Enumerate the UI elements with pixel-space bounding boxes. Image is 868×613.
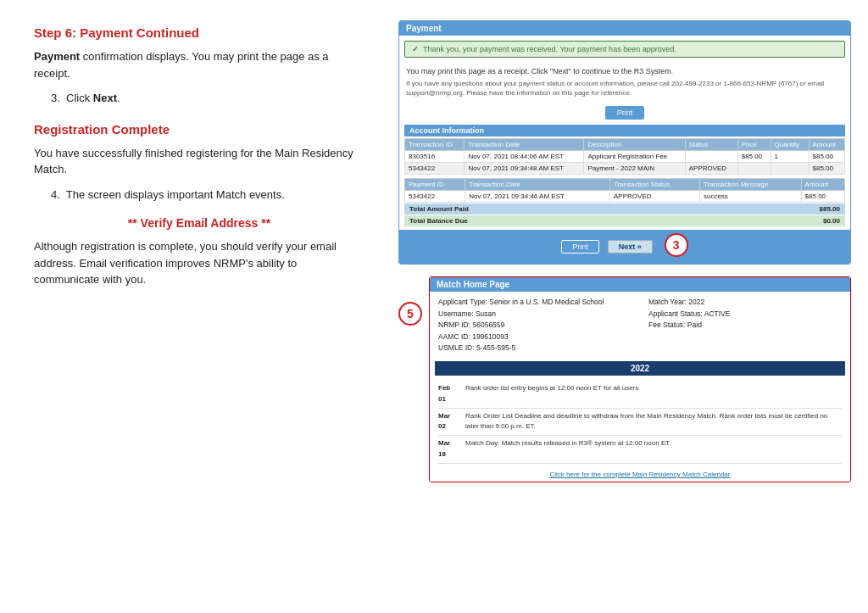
reg-complete-body: You have successfully finished registeri… xyxy=(34,145,364,178)
verify-title: ** Verify Email Address ** xyxy=(34,216,364,230)
applicant-status-row: Applicant Status: ACTIVE xyxy=(648,309,842,320)
match-screenshot: Match Home Page Applicant Type: Senior i… xyxy=(430,277,850,482)
nrmp-id-label: NRMP ID: xyxy=(438,320,470,329)
payment-table: Payment ID Transaction Date Transaction … xyxy=(404,178,845,203)
total-paid-row: Total Amount Paid $85.00 xyxy=(404,203,845,215)
balance-due-row: Total Balance Due $0.00 xyxy=(404,215,845,226)
payment-bold: Payment xyxy=(34,50,80,63)
match-calendar-link[interactable]: Click here for the complete Main Residen… xyxy=(430,467,850,482)
event-row-1: Feb01 Rank order list entry begins at 12… xyxy=(438,381,842,409)
col-description: Description xyxy=(584,138,685,150)
step6-body: Payment confirmation displays. You may p… xyxy=(34,48,364,81)
payment-header: Payment xyxy=(399,21,850,36)
col-transaction-date: Transaction Date xyxy=(465,138,584,150)
right-panel: Payment Thank you, your payment was rece… xyxy=(398,17,851,596)
match-info-right: Match Year: 2022 Applicant Status: ACTIV… xyxy=(648,297,842,354)
print-button-bottom[interactable]: Print xyxy=(561,240,599,254)
payment-row: 5343422 Nov 07, 2021 09:34:46 AM EST APP… xyxy=(405,190,845,202)
next-bold: Next xyxy=(93,92,117,104)
match-info-section: Applicant Type: Senior in a U.S. MD Medi… xyxy=(430,292,850,359)
step4-text: 4. The screen displays important Match e… xyxy=(34,187,364,203)
left-panel: Step 6: Payment Continued Payment confir… xyxy=(17,17,381,596)
fee-status-value: Paid xyxy=(687,320,702,329)
fee-status-label: Fee Status: xyxy=(648,320,685,329)
aamc-id-label: AAMC ID: xyxy=(438,332,470,341)
step6-title: Step 6: Payment Continued xyxy=(34,25,364,40)
usmle-id-label: USMLE ID: xyxy=(438,343,475,352)
step6-step3-text: 3. Click Next. xyxy=(34,90,364,107)
table-row: 5343422 Nov 07, 2021 09:34:48 AM EST Pay… xyxy=(405,162,845,174)
circle-5: 5 xyxy=(398,302,422,326)
account-info-label: Account Information xyxy=(404,125,845,137)
next-area: Next » 3 xyxy=(608,233,688,260)
col-trans-status: Transaction Status xyxy=(610,178,700,190)
body-line2: If you have any questions about your pay… xyxy=(406,79,843,98)
success-msg: Thank you, your payment was received. Yo… xyxy=(423,45,676,53)
bottom-bar: Print Next » 3 xyxy=(399,230,850,264)
table-row: 8303516 Nov 07, 2021 08:44:06 AM EST App… xyxy=(405,150,845,162)
username-value: Susan xyxy=(476,309,496,318)
click-label: Click xyxy=(66,92,93,104)
username-label: Username: xyxy=(438,309,474,318)
circle-3: 3 xyxy=(665,233,688,257)
applicant-type: Applicant Type: Senior in a U.S. MD Medi… xyxy=(438,297,632,309)
match-info-left: Applicant Type: Senior in a U.S. MD Medi… xyxy=(438,297,632,354)
usmle-id-value: 5-455-595-5 xyxy=(476,343,515,352)
match-year-value: 2022 xyxy=(688,298,704,306)
applicant-status-value: ACTIVE xyxy=(704,309,731,318)
fee-status-row: Fee Status: Paid xyxy=(648,320,842,332)
aamc-id-row: AAMC ID: 199610093 xyxy=(438,332,632,343)
payment-screenshot: Payment Thank you, your payment was rece… xyxy=(399,21,850,264)
total-paid-value: $85.00 xyxy=(820,205,840,213)
username-row: Username: Susan xyxy=(438,309,632,320)
col-transaction-id: Transaction ID xyxy=(405,138,465,150)
match-year-row: Match Year: 2022 xyxy=(648,297,842,309)
match-events: Feb01 Rank order list entry begins at 12… xyxy=(430,377,850,467)
nrmp-id-row: NRMP ID: 56056559 xyxy=(438,320,632,332)
event-row-2: Mar02 Rank Order List Deadline and deadl… xyxy=(438,409,842,437)
col-price: Price xyxy=(737,138,771,150)
success-bar: Thank you, your payment was received. Yo… xyxy=(404,41,845,58)
reg-complete-title: Registration Complete xyxy=(34,122,364,137)
body-line1: You may print this page as a receipt. Cl… xyxy=(406,66,843,77)
aamc-id-value: 199610093 xyxy=(472,332,509,341)
year-bar: 2022 xyxy=(435,361,845,376)
nrmp-id-value: 56056559 xyxy=(472,320,504,329)
total-paid-label: Total Amount Paid xyxy=(409,205,469,213)
reg-complete-section: Registration Complete You have successfu… xyxy=(34,122,364,203)
payment-body: You may print this page as a receipt. Cl… xyxy=(399,63,850,101)
col-payment-id: Payment ID xyxy=(405,178,465,190)
payment-screenshot-box: Payment Thank you, your payment was rece… xyxy=(398,20,851,265)
event-row-3: Mar18 Match Day: Match results released … xyxy=(438,436,842,464)
match-screenshot-box: Match Home Page Applicant Type: Senior i… xyxy=(429,276,851,482)
applicant-status-label: Applicant Status: xyxy=(648,309,703,318)
verify-section: ** Verify Email Address ** Although regi… xyxy=(34,216,364,288)
match-section: 5 Match Home Page Applicant Type: Senior… xyxy=(398,276,851,482)
col-trans-message: Transaction Message xyxy=(699,178,801,190)
verify-body: Although registration is complete, you s… xyxy=(34,238,364,288)
balance-due-value: $0.00 xyxy=(823,217,840,225)
col-quantity: Quantity xyxy=(771,138,809,150)
col-amount: Amount xyxy=(809,138,844,150)
col-status: Status xyxy=(685,138,737,150)
col-trans-date: Transaction Date xyxy=(465,178,610,190)
balance-due-label: Total Balance Due xyxy=(409,217,468,225)
next-button[interactable]: Next » xyxy=(608,240,653,254)
match-year-label: Match Year: xyxy=(648,298,687,306)
match-header: Match Home Page xyxy=(430,277,850,292)
usmle-id-row: USMLE ID: 5-455-595-5 xyxy=(438,343,632,354)
account-table: Transaction ID Transaction Date Descript… xyxy=(404,138,845,175)
print-button-top[interactable]: Print xyxy=(605,106,645,120)
col-amount: Amount xyxy=(801,178,844,190)
